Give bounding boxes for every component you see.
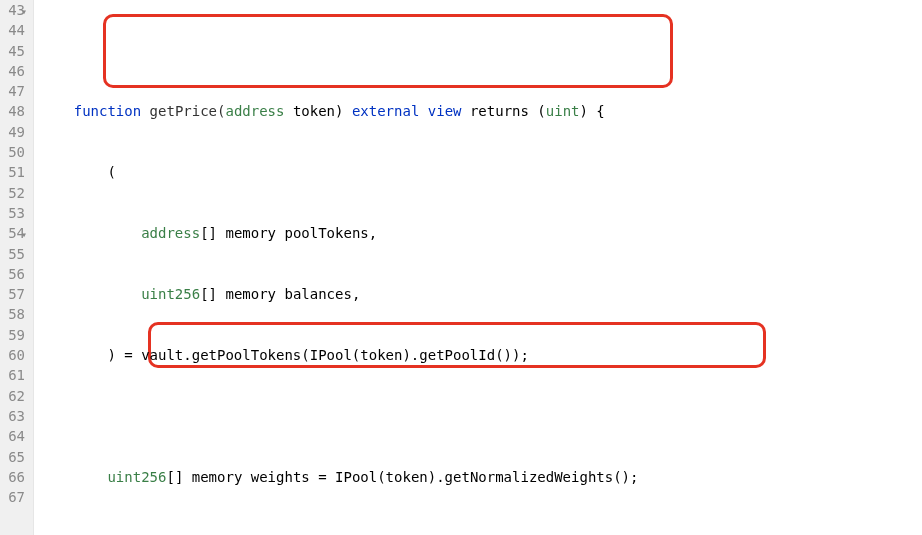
line-number-gutter: 43▾ 44 45 46 47 48 49 50 51 52 53 54▾ 55… (0, 0, 34, 535)
line-number: 66 (6, 467, 25, 487)
line-number: 65 (6, 447, 25, 467)
line-number: 45 (6, 41, 25, 61)
code-line: address[] memory poolTokens, (40, 223, 922, 243)
line-number: 59 (6, 325, 25, 345)
line-number: 61 (6, 365, 25, 385)
line-number: 49 (6, 122, 25, 142)
line-number: 58 (6, 304, 25, 324)
code-line (40, 406, 922, 426)
line-number: 47 (6, 81, 25, 101)
code-editor: 43▾ 44 45 46 47 48 49 50 51 52 53 54▾ 55… (0, 0, 922, 535)
code-line: function getPrice(address token) externa… (40, 101, 922, 121)
code-area[interactable]: function getPrice(address token) externa… (34, 0, 922, 535)
line-number: 55 (6, 244, 25, 264)
line-number: 48 (6, 101, 25, 121)
line-number: 56 (6, 264, 25, 284)
code-line: uint256[] memory balances, (40, 284, 922, 304)
line-number: 43▾ (6, 0, 25, 20)
line-number: 54▾ (6, 223, 25, 243)
fold-icon[interactable]: ▾ (21, 225, 27, 245)
code-line: ) = vault.getPoolTokens(IPool(token).get… (40, 345, 922, 365)
line-number: 46 (6, 61, 25, 81)
line-number: 53 (6, 203, 25, 223)
fold-icon[interactable]: ▾ (21, 2, 27, 22)
line-number: 51 (6, 162, 25, 182)
line-number: 60 (6, 345, 25, 365)
line-number: 64 (6, 426, 25, 446)
line-number: 62 (6, 386, 25, 406)
line-number: 63 (6, 406, 25, 426)
highlight-box (103, 14, 673, 88)
code-line: uint256[] memory weights = IPool(token).… (40, 467, 922, 487)
line-number: 44 (6, 20, 25, 40)
code-line: ( (40, 162, 922, 182)
line-number: 52 (6, 183, 25, 203)
line-number: 50 (6, 142, 25, 162)
line-number: 67 (6, 487, 25, 507)
code-line (40, 528, 922, 535)
line-number: 57 (6, 284, 25, 304)
